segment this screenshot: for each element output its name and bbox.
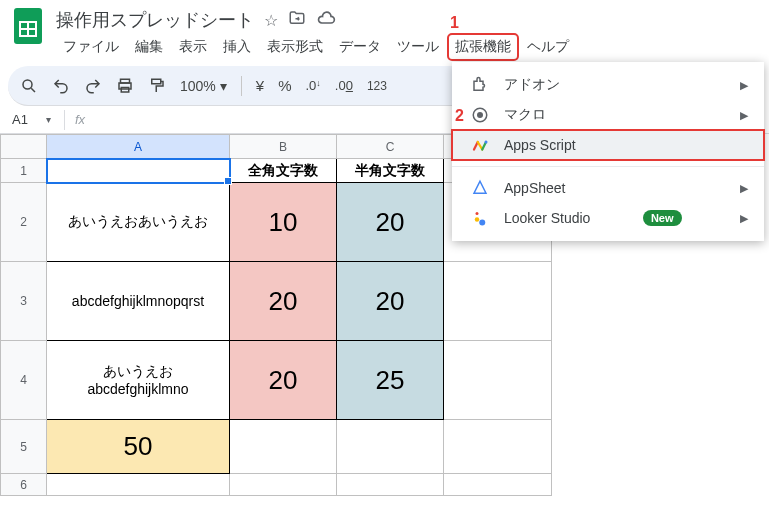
svg-line-5 — [31, 88, 35, 92]
dropdown-item-appsheet[interactable]: AppSheet ▶ — [452, 173, 764, 203]
svg-point-14 — [475, 217, 480, 222]
star-icon[interactable]: ☆ — [264, 11, 278, 30]
select-all-corner[interactable] — [1, 135, 47, 159]
annotation-2: 2 — [455, 107, 464, 125]
fx-label: fx — [65, 112, 85, 127]
cell-B1[interactable]: 全角文字数 — [230, 159, 337, 183]
col-header-B[interactable]: B — [230, 135, 337, 159]
dropdown-label: アドオン — [504, 76, 560, 94]
search-icon[interactable] — [20, 77, 38, 95]
dropdown-label: Looker Studio — [504, 210, 590, 226]
cell-D5[interactable] — [444, 420, 552, 474]
record-icon — [470, 106, 490, 124]
col-header-C[interactable]: C — [337, 135, 444, 159]
cell-B6[interactable] — [230, 474, 337, 496]
decrease-decimal-icon[interactable]: .0↓ — [306, 78, 321, 93]
cell-A3[interactable]: abcdefghijklmnopqrst — [47, 262, 230, 341]
puzzle-icon — [470, 76, 490, 94]
percent-icon[interactable]: % — [278, 77, 291, 94]
increase-decimal-icon[interactable]: .00 — [335, 78, 353, 93]
looker-icon — [470, 209, 490, 227]
currency-icon[interactable]: ¥ — [256, 77, 264, 94]
cell-A6[interactable] — [47, 474, 230, 496]
print-icon[interactable] — [116, 77, 134, 95]
chevron-right-icon: ▶ — [740, 79, 748, 92]
dropdown-item-macros[interactable]: マクロ ▶ — [452, 100, 764, 130]
row-header-2[interactable]: 2 — [1, 183, 47, 262]
dropdown-label: AppSheet — [504, 180, 566, 196]
number-format-icon[interactable]: 123 — [367, 79, 387, 93]
doc-title[interactable]: 操作用スプレッドシート — [56, 8, 254, 32]
cell-D4[interactable] — [444, 341, 552, 420]
menu-file[interactable]: ファイル — [56, 34, 126, 60]
row-header-3[interactable]: 3 — [1, 262, 47, 341]
cell-A2[interactable]: あいうえおあいうえお — [47, 183, 230, 262]
header: 操作用スプレッドシート ☆ ファイル 編集 表示 挿入 表示形式 データ ツール… — [0, 0, 769, 60]
redo-icon[interactable] — [84, 77, 102, 95]
cell-A4[interactable]: あいうえおabcdefghijklmno — [47, 341, 230, 420]
annotation-1: 1 — [450, 14, 459, 32]
name-box[interactable]: A1▾ — [0, 112, 64, 127]
menu-insert[interactable]: 挿入 — [216, 34, 258, 60]
menu-bar: ファイル 編集 表示 挿入 表示形式 データ ツール 拡張機能 ヘルプ — [56, 34, 759, 60]
appsheet-icon — [470, 179, 490, 197]
svg-point-12 — [485, 141, 488, 144]
sheets-logo[interactable] — [10, 8, 46, 44]
svg-point-4 — [23, 80, 32, 89]
cell-B4[interactable]: 20 — [230, 341, 337, 420]
chevron-right-icon: ▶ — [740, 109, 748, 122]
menu-format[interactable]: 表示形式 — [260, 34, 330, 60]
cell-D3[interactable] — [444, 262, 552, 341]
col-header-A[interactable]: A — [47, 135, 230, 159]
cell-A5[interactable]: 50 — [47, 420, 230, 474]
chevron-right-icon: ▶ — [740, 212, 748, 225]
undo-icon[interactable] — [52, 77, 70, 95]
menu-extensions[interactable]: 拡張機能 — [448, 34, 518, 60]
extensions-dropdown: アドオン ▶ マクロ ▶ Apps Script AppSheet ▶ Look… — [452, 62, 764, 241]
chevron-down-icon: ▾ — [46, 114, 51, 125]
cell-B5[interactable] — [230, 420, 337, 474]
cell-C1[interactable]: 半角文字数 — [337, 159, 444, 183]
cell-A1[interactable] — [47, 159, 230, 183]
cell-C2[interactable]: 20 — [337, 183, 444, 262]
cell-B3[interactable]: 20 — [230, 262, 337, 341]
menu-data[interactable]: データ — [332, 34, 388, 60]
menu-tools[interactable]: ツール — [390, 34, 446, 60]
dropdown-label: マクロ — [504, 106, 546, 124]
svg-point-13 — [476, 212, 479, 215]
menu-help[interactable]: ヘルプ — [520, 34, 576, 60]
row-header-5[interactable]: 5 — [1, 420, 47, 474]
paint-format-icon[interactable] — [148, 77, 166, 95]
dropdown-item-looker[interactable]: Looker Studio New ▶ — [452, 203, 764, 233]
move-folder-icon[interactable] — [288, 9, 306, 31]
menu-view[interactable]: 表示 — [172, 34, 214, 60]
row-header-6[interactable]: 6 — [1, 474, 47, 496]
apps-script-icon — [470, 136, 490, 154]
dropdown-item-apps-script[interactable]: Apps Script — [452, 130, 764, 160]
dropdown-separator — [452, 166, 764, 167]
chevron-right-icon: ▶ — [740, 182, 748, 195]
svg-point-15 — [479, 220, 485, 226]
cell-C4[interactable]: 25 — [337, 341, 444, 420]
dropdown-label: Apps Script — [504, 137, 576, 153]
cell-C3[interactable]: 20 — [337, 262, 444, 341]
menu-edit[interactable]: 編集 — [128, 34, 170, 60]
cell-C5[interactable] — [337, 420, 444, 474]
cell-C6[interactable] — [337, 474, 444, 496]
new-badge: New — [643, 210, 682, 226]
cell-B2[interactable]: 10 — [230, 183, 337, 262]
svg-point-11 — [478, 113, 483, 118]
dropdown-item-addons[interactable]: アドオン ▶ — [452, 70, 764, 100]
chevron-down-icon: ▾ — [220, 78, 227, 94]
zoom-select[interactable]: 100% ▾ — [180, 78, 227, 94]
svg-rect-9 — [152, 79, 161, 84]
cloud-status-icon[interactable] — [316, 8, 336, 32]
cell-D6[interactable] — [444, 474, 552, 496]
row-header-4[interactable]: 4 — [1, 341, 47, 420]
toolbar-separator — [241, 76, 242, 96]
row-header-1[interactable]: 1 — [1, 159, 47, 183]
